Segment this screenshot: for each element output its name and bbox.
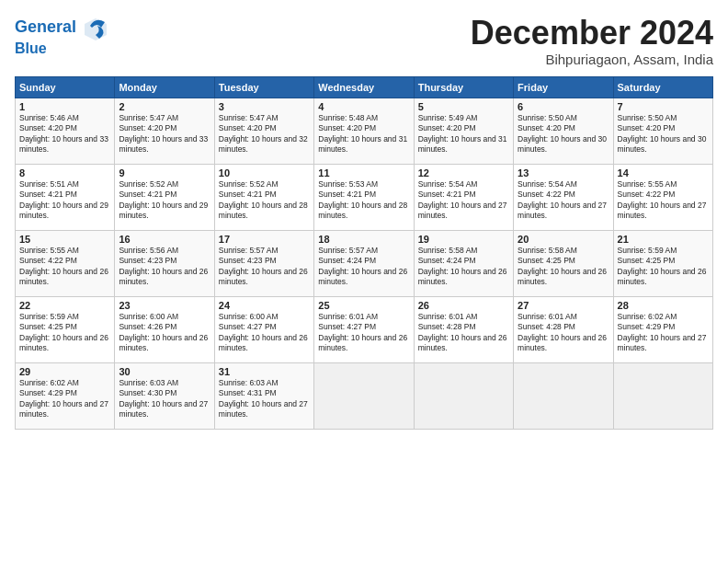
col-header-saturday: Saturday xyxy=(613,76,712,98)
calendar-cell: 29Sunrise: 6:02 AMSunset: 4:29 PMDayligh… xyxy=(16,362,115,429)
calendar-cell: 5Sunrise: 5:49 AMSunset: 4:20 PMDaylight… xyxy=(414,98,513,164)
day-number: 1 xyxy=(19,101,110,112)
header: General Blue December 2024 Bihpuriagaon,… xyxy=(15,15,713,67)
col-header-friday: Friday xyxy=(514,76,613,98)
calendar-cell: 7Sunrise: 5:50 AMSunset: 4:20 PMDaylight… xyxy=(613,98,712,164)
logo-general: General xyxy=(15,17,76,36)
calendar-week-4: 22Sunrise: 5:59 AMSunset: 4:25 PMDayligh… xyxy=(16,296,713,362)
day-info: Sunrise: 5:52 AMSunset: 4:21 PMDaylight:… xyxy=(219,179,308,220)
day-number: 11 xyxy=(318,167,409,178)
calendar-week-1: 1Sunrise: 5:46 AMSunset: 4:20 PMDaylight… xyxy=(16,98,713,164)
day-info: Sunrise: 5:54 AMSunset: 4:22 PMDaylight:… xyxy=(518,179,607,220)
day-number: 8 xyxy=(19,167,110,178)
calendar-cell: 30Sunrise: 6:03 AMSunset: 4:30 PMDayligh… xyxy=(115,362,214,429)
day-info: Sunrise: 6:03 AMSunset: 4:30 PMDaylight:… xyxy=(119,378,208,419)
title-block: December 2024 Bihpuriagaon, Assam, India xyxy=(471,15,713,67)
day-info: Sunrise: 6:01 AMSunset: 4:28 PMDaylight:… xyxy=(418,312,507,352)
col-header-sunday: Sunday xyxy=(16,76,115,98)
day-number: 17 xyxy=(219,234,310,245)
calendar-cell: 18Sunrise: 5:57 AMSunset: 4:24 PMDayligh… xyxy=(314,230,414,296)
day-info: Sunrise: 6:02 AMSunset: 4:29 PMDaylight:… xyxy=(19,378,108,419)
calendar-week-3: 15Sunrise: 5:55 AMSunset: 4:22 PMDayligh… xyxy=(16,230,713,296)
calendar-cell: 15Sunrise: 5:55 AMSunset: 4:22 PMDayligh… xyxy=(16,230,115,296)
calendar-cell: 23Sunrise: 6:00 AMSunset: 4:26 PMDayligh… xyxy=(115,296,214,362)
day-number: 20 xyxy=(518,234,609,245)
day-info: Sunrise: 5:50 AMSunset: 4:20 PMDaylight:… xyxy=(618,113,707,154)
calendar-cell: 6Sunrise: 5:50 AMSunset: 4:20 PMDaylight… xyxy=(514,98,613,164)
calendar-cell: 4Sunrise: 5:48 AMSunset: 4:20 PMDaylight… xyxy=(314,98,414,164)
day-number: 7 xyxy=(618,101,709,112)
day-number: 27 xyxy=(518,300,609,311)
day-number: 3 xyxy=(219,101,310,112)
calendar-cell: 19Sunrise: 5:58 AMSunset: 4:24 PMDayligh… xyxy=(414,230,513,296)
day-number: 19 xyxy=(418,234,509,245)
day-number: 30 xyxy=(119,366,210,377)
day-number: 5 xyxy=(418,101,509,112)
day-info: Sunrise: 5:47 AMSunset: 4:20 PMDaylight:… xyxy=(119,113,208,154)
calendar-cell: 8Sunrise: 5:51 AMSunset: 4:21 PMDaylight… xyxy=(16,164,115,230)
day-number: 29 xyxy=(19,366,110,377)
logo-icon xyxy=(83,15,108,40)
day-info: Sunrise: 5:48 AMSunset: 4:20 PMDaylight:… xyxy=(318,113,407,154)
day-number: 14 xyxy=(618,167,709,178)
calendar-cell xyxy=(514,362,613,429)
page-container: General Blue December 2024 Bihpuriagaon,… xyxy=(0,0,728,437)
calendar-cell: 12Sunrise: 5:54 AMSunset: 4:21 PMDayligh… xyxy=(414,164,513,230)
calendar-cell: 2Sunrise: 5:47 AMSunset: 4:20 PMDaylight… xyxy=(115,98,214,164)
calendar-cell xyxy=(613,362,712,429)
day-info: Sunrise: 5:59 AMSunset: 4:25 PMDaylight:… xyxy=(618,246,707,286)
calendar-cell: 20Sunrise: 5:58 AMSunset: 4:25 PMDayligh… xyxy=(514,230,613,296)
day-number: 4 xyxy=(318,101,409,112)
calendar-cell: 25Sunrise: 6:01 AMSunset: 4:27 PMDayligh… xyxy=(314,296,414,362)
day-info: Sunrise: 6:02 AMSunset: 4:29 PMDaylight:… xyxy=(618,312,707,352)
day-number: 16 xyxy=(119,234,210,245)
day-number: 26 xyxy=(418,300,509,311)
calendar-cell xyxy=(414,362,513,429)
calendar-cell: 17Sunrise: 5:57 AMSunset: 4:23 PMDayligh… xyxy=(214,230,313,296)
day-info: Sunrise: 5:58 AMSunset: 4:25 PMDaylight:… xyxy=(518,246,607,286)
day-info: Sunrise: 5:57 AMSunset: 4:23 PMDaylight:… xyxy=(219,246,308,286)
day-number: 18 xyxy=(318,234,409,245)
day-info: Sunrise: 5:55 AMSunset: 4:22 PMDaylight:… xyxy=(618,179,707,220)
day-info: Sunrise: 5:56 AMSunset: 4:23 PMDaylight:… xyxy=(119,246,208,286)
day-info: Sunrise: 6:00 AMSunset: 4:27 PMDaylight:… xyxy=(219,312,308,352)
day-info: Sunrise: 6:00 AMSunset: 4:26 PMDaylight:… xyxy=(119,312,208,352)
day-info: Sunrise: 6:03 AMSunset: 4:31 PMDaylight:… xyxy=(219,378,308,419)
day-info: Sunrise: 5:59 AMSunset: 4:25 PMDaylight:… xyxy=(19,312,108,352)
day-info: Sunrise: 5:55 AMSunset: 4:22 PMDaylight:… xyxy=(19,246,108,286)
day-info: Sunrise: 5:46 AMSunset: 4:20 PMDaylight:… xyxy=(19,113,108,154)
calendar-cell: 11Sunrise: 5:53 AMSunset: 4:21 PMDayligh… xyxy=(314,164,414,230)
calendar-cell: 22Sunrise: 5:59 AMSunset: 4:25 PMDayligh… xyxy=(16,296,115,362)
day-info: Sunrise: 5:51 AMSunset: 4:21 PMDaylight:… xyxy=(19,179,108,220)
day-number: 6 xyxy=(518,101,609,112)
day-number: 13 xyxy=(518,167,609,178)
col-header-wednesday: Wednesday xyxy=(314,76,414,98)
logo-text: General xyxy=(15,15,108,40)
day-info: Sunrise: 5:49 AMSunset: 4:20 PMDaylight:… xyxy=(418,113,507,154)
calendar-cell: 26Sunrise: 6:01 AMSunset: 4:28 PMDayligh… xyxy=(414,296,513,362)
calendar-cell: 3Sunrise: 5:47 AMSunset: 4:20 PMDaylight… xyxy=(214,98,313,164)
calendar-cell: 27Sunrise: 6:01 AMSunset: 4:28 PMDayligh… xyxy=(514,296,613,362)
day-number: 15 xyxy=(19,234,110,245)
calendar-cell: 24Sunrise: 6:00 AMSunset: 4:27 PMDayligh… xyxy=(214,296,313,362)
month-title: December 2024 xyxy=(471,15,713,52)
day-info: Sunrise: 5:58 AMSunset: 4:24 PMDaylight:… xyxy=(418,246,507,286)
calendar-cell: 10Sunrise: 5:52 AMSunset: 4:21 PMDayligh… xyxy=(214,164,313,230)
logo-blue: Blue xyxy=(15,40,108,57)
day-number: 24 xyxy=(219,300,310,311)
day-number: 9 xyxy=(119,167,210,178)
day-info: Sunrise: 5:57 AMSunset: 4:24 PMDaylight:… xyxy=(318,246,407,286)
day-info: Sunrise: 5:50 AMSunset: 4:20 PMDaylight:… xyxy=(518,113,607,154)
day-number: 28 xyxy=(618,300,709,311)
col-header-tuesday: Tuesday xyxy=(214,76,313,98)
day-number: 10 xyxy=(219,167,310,178)
location-title: Bihpuriagaon, Assam, India xyxy=(471,52,713,67)
day-info: Sunrise: 5:53 AMSunset: 4:21 PMDaylight:… xyxy=(318,179,407,220)
day-number: 22 xyxy=(19,300,110,311)
day-info: Sunrise: 5:52 AMSunset: 4:21 PMDaylight:… xyxy=(119,179,208,220)
col-header-thursday: Thursday xyxy=(414,76,513,98)
day-number: 2 xyxy=(119,101,210,112)
day-number: 12 xyxy=(418,167,509,178)
calendar-cell: 31Sunrise: 6:03 AMSunset: 4:31 PMDayligh… xyxy=(214,362,313,429)
day-number: 23 xyxy=(119,300,210,311)
